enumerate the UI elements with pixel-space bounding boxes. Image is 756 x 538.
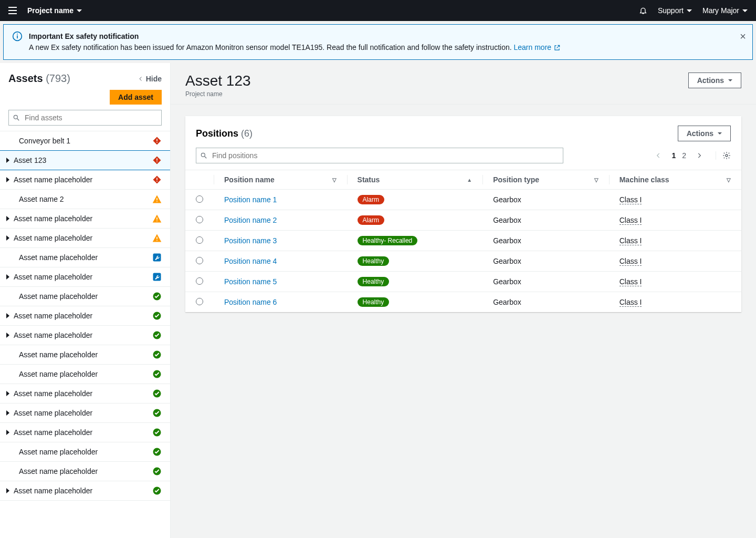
asset-item[interactable]: Asset 123 bbox=[0, 150, 170, 170]
breadcrumb: Project name bbox=[185, 90, 251, 98]
asset-item[interactable]: Asset name placeholder bbox=[0, 481, 170, 501]
asset-item[interactable]: Asset name placeholder bbox=[0, 170, 170, 190]
find-positions-input[interactable] bbox=[196, 148, 563, 163]
status-icon bbox=[152, 408, 162, 418]
sort-icon[interactable]: ▽ bbox=[727, 177, 731, 183]
notifications-icon[interactable] bbox=[639, 6, 647, 15]
asset-item[interactable]: Asset name placeholder bbox=[0, 248, 170, 267]
row-select-radio[interactable] bbox=[196, 257, 203, 264]
status-icon bbox=[152, 175, 162, 184]
asset-item[interactable]: Asset name placeholder bbox=[0, 267, 170, 287]
asset-label: Asset name placeholder bbox=[12, 331, 151, 339]
position-link[interactable]: Position name 4 bbox=[224, 257, 277, 265]
user-menu[interactable]: Mary Major bbox=[702, 6, 748, 15]
expand-icon[interactable] bbox=[5, 430, 10, 435]
table-row: Position name 5HealthyGearboxClass I bbox=[185, 272, 741, 292]
asset-item[interactable]: Asset name placeholder bbox=[0, 287, 170, 306]
expand-icon[interactable] bbox=[5, 235, 10, 241]
asset-item[interactable]: Asset name placeholder bbox=[0, 365, 170, 384]
page-2[interactable]: 2 bbox=[679, 150, 689, 161]
expand-icon[interactable] bbox=[5, 333, 10, 338]
position-link[interactable]: Position name 1 bbox=[224, 195, 277, 204]
search-icon bbox=[13, 114, 20, 121]
hide-sidebar-button[interactable]: Hide bbox=[138, 75, 162, 83]
expand-icon[interactable] bbox=[5, 410, 10, 416]
asset-item[interactable]: Asset name placeholder bbox=[0, 384, 170, 404]
page-actions-button[interactable]: Actions bbox=[688, 73, 741, 88]
expand-icon[interactable] bbox=[5, 313, 10, 318]
asset-item[interactable]: Asset name placeholder bbox=[0, 326, 170, 345]
menu-icon[interactable] bbox=[8, 7, 17, 14]
position-link[interactable]: Position name 5 bbox=[224, 277, 277, 286]
col-status[interactable]: Status bbox=[358, 175, 380, 184]
status-icon bbox=[152, 272, 162, 282]
caret-down-icon bbox=[742, 9, 748, 12]
asset-item[interactable]: Asset name placeholder bbox=[0, 306, 170, 326]
asset-item[interactable]: Conveyor belt 1 bbox=[0, 131, 170, 151]
sort-asc-icon[interactable]: ▲ bbox=[467, 177, 472, 183]
project-selector[interactable]: Project name bbox=[27, 6, 82, 15]
asset-item[interactable]: Asset name 2 bbox=[0, 190, 170, 209]
find-assets-input[interactable] bbox=[8, 110, 162, 126]
page-1[interactable]: 1 bbox=[668, 150, 679, 161]
next-page-button[interactable] bbox=[696, 152, 703, 159]
learn-more-link[interactable]: Learn more bbox=[514, 42, 561, 53]
asset-label: Conveyor belt 1 bbox=[12, 137, 151, 145]
notification-body: A new Ex safety notification has been is… bbox=[29, 42, 561, 53]
machine-class[interactable]: Class I bbox=[620, 216, 642, 225]
position-link[interactable]: Position name 3 bbox=[224, 236, 277, 245]
machine-class[interactable]: Class I bbox=[620, 195, 642, 204]
position-link[interactable]: Position name 2 bbox=[224, 216, 277, 224]
add-asset-button[interactable]: Add asset bbox=[110, 90, 162, 105]
status-icon bbox=[152, 136, 162, 146]
expand-icon[interactable] bbox=[5, 488, 10, 493]
asset-item[interactable]: Asset name placeholder bbox=[0, 229, 170, 248]
positions-panel: Positions (6) Actions 12 bbox=[185, 116, 741, 312]
status-badge: Alarm bbox=[358, 195, 384, 204]
status-icon bbox=[152, 350, 162, 359]
col-position-type[interactable]: Position type bbox=[493, 175, 539, 184]
position-type: Gearbox bbox=[482, 251, 609, 272]
status-icon bbox=[152, 292, 162, 301]
assets-sidebar: Assets (793) Hide Add asset Conveyor bel… bbox=[0, 63, 171, 538]
prev-page-button[interactable] bbox=[655, 152, 662, 159]
asset-item[interactable]: Asset name placeholder bbox=[0, 345, 170, 365]
main-content: Asset 123 Project name Actions Positions… bbox=[171, 63, 756, 538]
status-icon bbox=[152, 447, 162, 457]
caret-down-icon bbox=[718, 132, 722, 134]
asset-item[interactable]: Asset name placeholder bbox=[0, 423, 170, 442]
row-select-radio[interactable] bbox=[196, 216, 203, 223]
sort-icon[interactable]: ▽ bbox=[332, 177, 337, 183]
machine-class[interactable]: Class I bbox=[620, 277, 642, 286]
status-icon bbox=[152, 214, 162, 223]
expand-icon[interactable] bbox=[5, 158, 10, 163]
asset-item[interactable]: Asset name placeholder bbox=[0, 209, 170, 229]
expand-icon[interactable] bbox=[5, 177, 10, 182]
status-badge: Healthy- Recalled bbox=[358, 236, 418, 245]
pagination: 12 bbox=[655, 151, 731, 160]
expand-icon[interactable] bbox=[5, 216, 10, 221]
machine-class[interactable]: Class I bbox=[620, 257, 642, 266]
expand-icon[interactable] bbox=[5, 274, 10, 280]
asset-item[interactable]: Asset name placeholder bbox=[0, 404, 170, 423]
position-link[interactable]: Position name 6 bbox=[224, 298, 277, 306]
settings-icon[interactable] bbox=[716, 151, 731, 160]
expand-icon[interactable] bbox=[5, 391, 10, 396]
close-icon[interactable]: × bbox=[740, 31, 746, 42]
machine-class[interactable]: Class I bbox=[620, 298, 642, 307]
row-select-radio[interactable] bbox=[196, 277, 203, 285]
support-menu[interactable]: Support bbox=[658, 6, 692, 15]
positions-actions-button[interactable]: Actions bbox=[678, 126, 731, 141]
asset-item[interactable]: Asset name placeholder bbox=[0, 442, 170, 462]
asset-label: Asset name placeholder bbox=[12, 428, 151, 437]
row-select-radio[interactable] bbox=[196, 236, 203, 244]
col-machine-class[interactable]: Machine class bbox=[620, 175, 669, 184]
asset-item[interactable]: Asset name placeholder bbox=[0, 462, 170, 481]
asset-label: Asset name placeholder bbox=[12, 234, 151, 242]
sort-icon[interactable]: ▽ bbox=[594, 177, 598, 183]
row-select-radio[interactable] bbox=[196, 195, 203, 203]
asset-list[interactable]: Conveyor belt 1Asset 123Asset name place… bbox=[0, 131, 170, 538]
row-select-radio[interactable] bbox=[196, 298, 203, 305]
col-position-name[interactable]: Position name bbox=[224, 175, 275, 184]
machine-class[interactable]: Class I bbox=[620, 236, 642, 245]
